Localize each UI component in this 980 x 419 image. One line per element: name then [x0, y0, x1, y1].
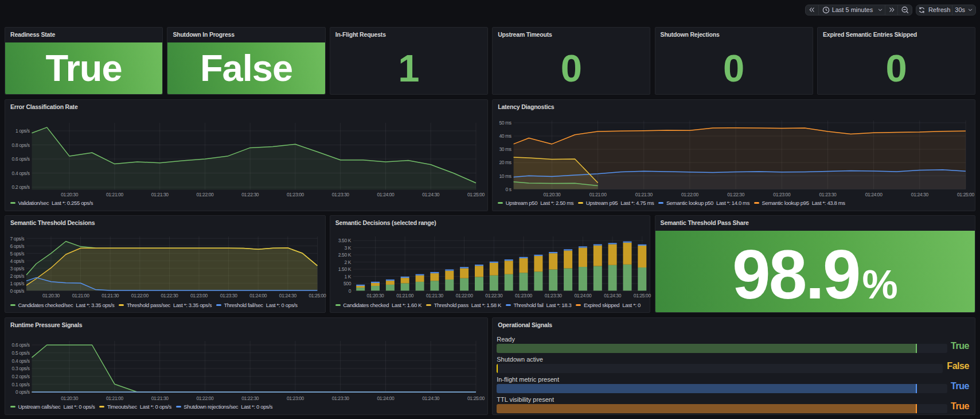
svg-text:01:20:30: 01:20:30 — [42, 293, 60, 298]
svg-text:01:21:30: 01:21:30 — [151, 192, 169, 197]
svg-text:01:24:30: 01:24:30 — [422, 192, 440, 197]
svg-text:01:23:00: 01:23:00 — [515, 293, 533, 298]
svg-text:0.5 ops/s: 0.5 ops/s — [12, 350, 30, 356]
svg-text:01:25:00: 01:25:00 — [957, 192, 975, 197]
svg-text:20 ms: 20 ms — [499, 160, 512, 165]
svg-text:2 K: 2 K — [344, 259, 351, 265]
svg-text:1.50 K: 1.50 K — [338, 266, 352, 272]
svg-text:01:21:00: 01:21:00 — [396, 293, 414, 298]
svg-text:30 ms: 30 ms — [499, 146, 512, 152]
svg-text:01:21:00: 01:21:00 — [589, 192, 607, 197]
svg-text:0 ops/s: 0 ops/s — [15, 389, 30, 395]
svg-text:01:25:00: 01:25:00 — [634, 293, 651, 298]
svg-text:01:21:30: 01:21:30 — [151, 395, 169, 401]
svg-text:01:24:00: 01:24:00 — [574, 293, 592, 298]
svg-text:4 ops/s: 4 ops/s — [10, 258, 24, 264]
svg-text:10 ms: 10 ms — [499, 173, 512, 179]
svg-text:01:22:30: 01:22:30 — [161, 293, 178, 298]
svg-text:01:20:30: 01:20:30 — [544, 192, 561, 197]
svg-text:0: 0 — [348, 288, 351, 294]
svg-text:01:21:30: 01:21:30 — [426, 293, 444, 298]
svg-text:01:23:30: 01:23:30 — [332, 192, 350, 197]
svg-text:01:24:00: 01:24:00 — [377, 192, 395, 197]
svg-text:3 ops/s: 3 ops/s — [10, 266, 24, 271]
svg-text:01:21:00: 01:21:00 — [106, 395, 124, 401]
svg-text:01:24:00: 01:24:00 — [865, 192, 883, 197]
svg-text:01:21:00: 01:21:00 — [72, 293, 90, 298]
svg-text:0.4 ops/s: 0.4 ops/s — [12, 170, 30, 176]
svg-text:01:24:30: 01:24:30 — [604, 293, 622, 298]
svg-text:0.4 ops/s: 0.4 ops/s — [12, 358, 30, 364]
svg-text:5 ops/s: 5 ops/s — [10, 251, 24, 257]
svg-text:01:25:00: 01:25:00 — [467, 192, 485, 197]
svg-text:01:20:30: 01:20:30 — [61, 192, 79, 197]
svg-text:01:23:30: 01:23:30 — [819, 192, 837, 197]
svg-text:01:22:00: 01:22:00 — [455, 293, 473, 298]
svg-text:2 ops/s: 2 ops/s — [10, 273, 24, 279]
svg-text:01:20:30: 01:20:30 — [366, 293, 384, 298]
svg-text:01:22:30: 01:22:30 — [241, 192, 259, 197]
svg-text:01:22:30: 01:22:30 — [727, 192, 745, 197]
svg-text:50 ms: 50 ms — [499, 120, 512, 126]
svg-text:01:23:00: 01:23:00 — [190, 293, 208, 298]
svg-text:0 ops/s: 0 ops/s — [10, 288, 24, 294]
svg-text:3.50 K: 3.50 K — [338, 238, 352, 243]
svg-text:01:24:00: 01:24:00 — [377, 395, 395, 401]
svg-text:01:25:00: 01:25:00 — [467, 395, 485, 401]
svg-text:01:23:00: 01:23:00 — [287, 192, 304, 197]
svg-text:1 K: 1 K — [344, 274, 351, 280]
svg-text:3 K: 3 K — [344, 245, 351, 251]
svg-text:500: 500 — [343, 281, 352, 286]
svg-text:01:21:30: 01:21:30 — [101, 293, 119, 298]
svg-text:01:22:00: 01:22:00 — [196, 192, 214, 197]
svg-text:01:24:00: 01:24:00 — [249, 293, 267, 298]
svg-text:01:25:00: 01:25:00 — [309, 293, 326, 298]
svg-text:0.6 ops/s: 0.6 ops/s — [12, 342, 30, 348]
svg-text:01:21:00: 01:21:00 — [106, 192, 124, 197]
svg-text:01:23:00: 01:23:00 — [774, 192, 791, 197]
svg-text:01:22:30: 01:22:30 — [485, 293, 503, 298]
svg-text:01:21:30: 01:21:30 — [635, 192, 653, 197]
svg-text:01:22:00: 01:22:00 — [131, 293, 149, 298]
svg-text:01:24:30: 01:24:30 — [911, 192, 929, 197]
svg-text:2.50 K: 2.50 K — [338, 252, 352, 258]
svg-text:01:22:30: 01:22:30 — [241, 395, 259, 401]
svg-text:0.2 ops/s: 0.2 ops/s — [12, 184, 30, 190]
svg-text:0 s: 0 s — [506, 187, 512, 192]
svg-text:01:24:30: 01:24:30 — [422, 395, 440, 401]
svg-text:1 ops/s: 1 ops/s — [10, 281, 24, 286]
svg-text:01:23:30: 01:23:30 — [332, 395, 350, 401]
svg-text:01:22:00: 01:22:00 — [681, 192, 699, 197]
svg-text:0.2 ops/s: 0.2 ops/s — [12, 374, 30, 379]
svg-text:0.3 ops/s: 0.3 ops/s — [12, 366, 30, 371]
svg-text:6 ops/s: 6 ops/s — [10, 243, 24, 249]
svg-text:01:24:30: 01:24:30 — [279, 293, 297, 298]
svg-text:01:23:30: 01:23:30 — [545, 293, 563, 298]
svg-text:0.8 ops/s: 0.8 ops/s — [12, 142, 30, 148]
svg-text:01:23:30: 01:23:30 — [220, 293, 238, 298]
svg-text:7 ops/s: 7 ops/s — [10, 236, 24, 242]
svg-text:40 ms: 40 ms — [499, 133, 512, 139]
svg-text:0.1 ops/s: 0.1 ops/s — [12, 382, 30, 387]
svg-text:0.6 ops/s: 0.6 ops/s — [12, 156, 30, 162]
svg-text:1 ops/s: 1 ops/s — [15, 128, 30, 134]
svg-text:01:20:30: 01:20:30 — [61, 395, 79, 401]
svg-text:01:22:00: 01:22:00 — [196, 395, 214, 401]
svg-text:01:23:00: 01:23:00 — [287, 395, 304, 401]
